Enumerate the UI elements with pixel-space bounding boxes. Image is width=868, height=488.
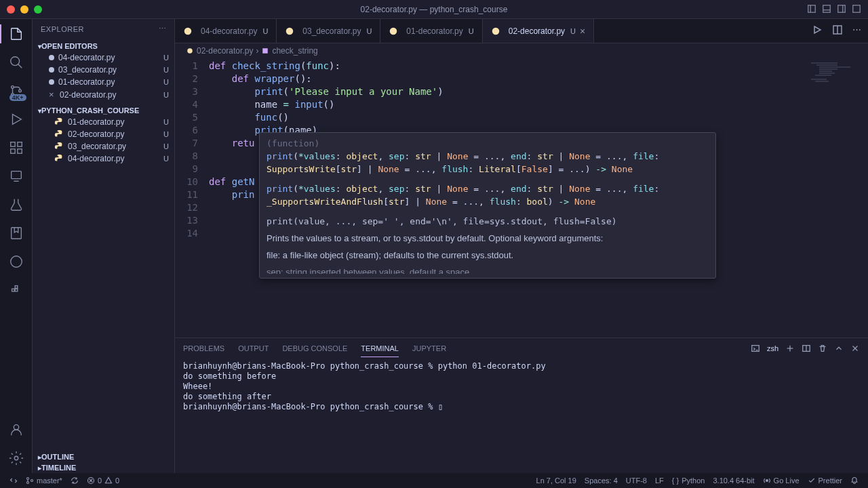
prettier[interactable]: Prettier <box>804 476 846 485</box>
open-editors-header[interactable]: OPEN EDITORS <box>33 41 174 52</box>
panel-tabs: PROBLEMS OUTPUT DEBUG CONSOLE TERMINAL J… <box>175 338 868 359</box>
minimap[interactable] <box>807 58 868 338</box>
close-panel-icon[interactable] <box>850 344 860 353</box>
python-icon[interactable] <box>8 253 24 270</box>
remote-button[interactable] <box>5 476 22 485</box>
sidebar-right-icon[interactable] <box>837 4 846 14</box>
file-item[interactable]: 04-decorator.pyU <box>33 152 174 165</box>
bookmark-icon[interactable] <box>8 225 24 241</box>
trash-icon[interactable] <box>818 344 827 353</box>
tab[interactable]: 04-decorator.pyU <box>175 19 277 43</box>
svg-rect-14 <box>17 142 21 146</box>
svg-rect-19 <box>11 228 21 239</box>
svg-rect-21 <box>12 289 14 291</box>
svg-point-44 <box>31 480 33 482</box>
language-mode[interactable]: { } Python <box>668 476 709 485</box>
terminal-tab[interactable]: TERMINAL <box>361 340 399 357</box>
activity-bar: 4K+ <box>0 19 33 473</box>
timeline-header[interactable]: TIMELINE <box>33 462 174 473</box>
maximize-window[interactable] <box>34 5 42 14</box>
outline-header[interactable]: OUTLINE <box>33 451 174 462</box>
svg-marker-30 <box>814 26 821 33</box>
python-file-icon <box>54 129 64 139</box>
panel-icon[interactable] <box>822 4 831 14</box>
titlebar: 02-decorator.py — python_crash_course <box>0 0 868 19</box>
svg-rect-17 <box>11 171 21 179</box>
problems-tab[interactable]: PROBLEMS <box>183 340 224 357</box>
open-editor-item[interactable]: 01-decorator.pyU <box>33 76 174 88</box>
terminal-icon <box>751 344 760 353</box>
test-icon[interactable] <box>8 197 24 213</box>
go-live[interactable]: Go Live <box>759 476 804 485</box>
window-title: 02-decorator.py — python_crash_course <box>361 5 508 14</box>
scm-badge: 4K+ <box>9 94 26 101</box>
file-item[interactable]: 01-decorator.pyU <box>33 116 174 128</box>
file-item[interactable]: 03_decorator.pyU <box>33 140 174 152</box>
svg-point-27 <box>286 27 294 35</box>
tab[interactable]: 03_decorator.pyU <box>277 19 380 43</box>
statusbar: master* 0 0 Ln 7, Col 19 Spaces: 4 UTF-8… <box>0 473 868 488</box>
split-icon[interactable] <box>832 24 843 35</box>
close-icon[interactable]: × <box>49 89 57 100</box>
docker-icon[interactable] <box>8 282 24 298</box>
extensions-icon[interactable] <box>8 140 24 156</box>
errors-warnings[interactable]: 0 0 <box>83 476 123 485</box>
more-icon[interactable]: ⋯ <box>159 24 167 33</box>
run-icon[interactable] <box>812 24 823 35</box>
minimize-window[interactable] <box>20 5 28 14</box>
window-controls[interactable] <box>7 5 42 14</box>
explorer-icon[interactable] <box>8 26 24 42</box>
git-branch[interactable]: master* <box>22 476 66 485</box>
tab-active[interactable]: 02-decorator.pyU× <box>483 19 595 43</box>
indentation[interactable]: Spaces: 4 <box>580 476 622 485</box>
python-file-icon <box>54 154 64 163</box>
jupyter-tab[interactable]: JUPYTER <box>412 340 446 357</box>
encoding[interactable]: UTF-8 <box>622 476 651 485</box>
settings-icon[interactable] <box>8 450 24 466</box>
interpreter[interactable]: 3.10.4 64-bit <box>709 476 758 485</box>
more-icon[interactable]: ⋯ <box>852 24 861 35</box>
svg-rect-23 <box>15 286 18 289</box>
python-file-icon <box>491 26 500 36</box>
open-editor-item[interactable]: 03_decorator.pyU <box>33 64 174 76</box>
folder-header[interactable]: PYTHON_CRASH_COURSE <box>33 105 174 116</box>
sidebar-title: EXPLORER ⋯ <box>33 19 174 39</box>
python-file-icon <box>285 26 294 36</box>
chevron-up-icon[interactable] <box>834 344 844 353</box>
open-editor-item[interactable]: 04-decorator.pyU <box>33 52 174 64</box>
notifications-icon[interactable] <box>846 476 863 485</box>
remote-icon[interactable] <box>8 168 24 184</box>
debug-icon[interactable] <box>8 111 24 127</box>
python-file-icon <box>389 26 398 36</box>
sync-button[interactable] <box>66 476 83 485</box>
close-window[interactable] <box>7 5 15 14</box>
close-tab-icon[interactable]: × <box>580 26 585 37</box>
editor: 04-decorator.pyU 03_decorator.pyU 01-dec… <box>175 19 868 473</box>
svg-point-43 <box>27 482 29 484</box>
split-terminal-icon[interactable] <box>802 344 811 353</box>
open-editor-item[interactable]: ×02-decorator.pyU <box>33 88 174 101</box>
cursor-position[interactable]: Ln 7, Col 19 <box>532 476 580 485</box>
python-file-icon <box>186 47 194 55</box>
svg-rect-6 <box>853 5 861 13</box>
panel: PROBLEMS OUTPUT DEBUG CONSOLE TERMINAL J… <box>175 338 868 473</box>
file-item[interactable]: 02-decorator.pyU <box>33 128 174 140</box>
svg-point-33 <box>187 48 193 54</box>
add-terminal-icon[interactable] <box>785 344 795 353</box>
tab[interactable]: 01-decorator.pyU <box>380 19 482 43</box>
eol[interactable]: LF <box>651 476 668 485</box>
breadcrumb[interactable]: 02-decorator.py › check_string <box>175 43 868 58</box>
search-icon[interactable] <box>8 54 24 70</box>
output-tab[interactable]: OUTPUT <box>238 340 269 357</box>
terminal-content[interactable]: brianhuynh@brians-MacBook-Pro python_cra… <box>175 359 868 473</box>
source-control-icon[interactable]: 4K+ <box>8 83 24 99</box>
editor-tabs: 04-decorator.pyU 03_decorator.pyU 01-dec… <box>175 19 868 43</box>
svg-point-25 <box>14 456 18 460</box>
debug-tab[interactable]: DEBUG CONSOLE <box>282 340 347 357</box>
layout-icon[interactable] <box>807 4 816 14</box>
svg-point-26 <box>184 27 192 35</box>
customize-icon[interactable] <box>852 4 861 14</box>
account-icon[interactable] <box>8 422 24 438</box>
svg-rect-2 <box>823 5 831 13</box>
shell-name[interactable]: zsh <box>767 344 778 352</box>
